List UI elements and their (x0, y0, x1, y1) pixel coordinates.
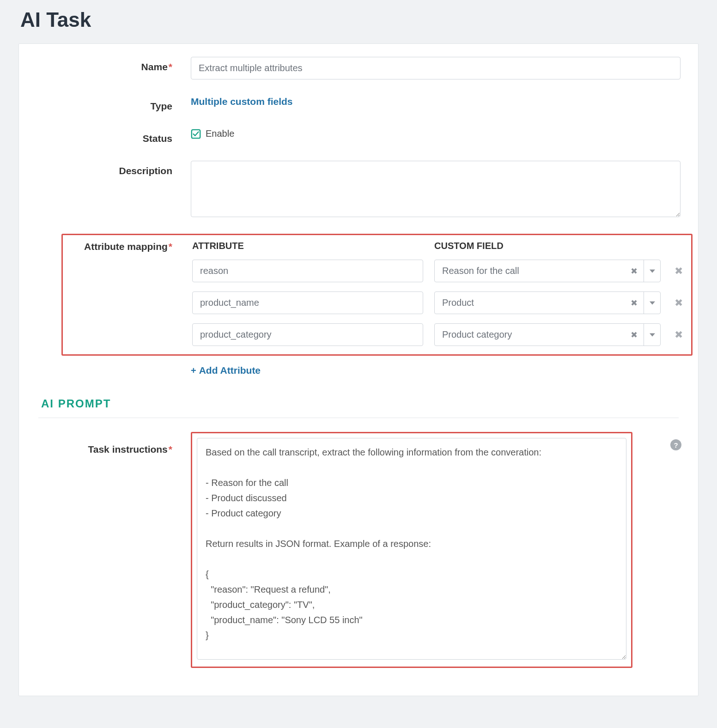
attribute-input[interactable] (192, 260, 423, 282)
clear-icon[interactable]: ✖ (624, 292, 644, 314)
type-label: Type (38, 96, 191, 112)
status-label: Status (38, 128, 191, 144)
custom-field-value: Product (435, 292, 624, 314)
remove-row-icon[interactable]: ✖ (672, 265, 686, 277)
form-card: Name* Type Multiple custom fields Status (18, 43, 699, 696)
help-icon[interactable]: ? (670, 439, 681, 450)
type-value-link[interactable]: Multiple custom fields (191, 96, 293, 107)
description-label: Description (38, 161, 191, 176)
custom-field-select[interactable]: Product ✖ (434, 291, 661, 314)
attribute-mapping-row: Product ✖ ✖ (192, 291, 686, 314)
attribute-input[interactable] (192, 291, 423, 314)
status-enable-label: Enable (206, 128, 234, 139)
task-instructions-highlight (191, 432, 632, 668)
clear-icon[interactable]: ✖ (624, 260, 644, 282)
task-instructions-label: Task instructions* (38, 432, 191, 455)
clear-icon[interactable]: ✖ (624, 324, 644, 346)
custom-field-select[interactable]: Product category ✖ (434, 323, 661, 346)
remove-row-icon[interactable]: ✖ (672, 329, 686, 341)
add-attribute-label: Add Attribute (199, 365, 261, 376)
description-textarea[interactable] (191, 161, 681, 217)
ai-prompt-section-title: AI PROMPT (41, 397, 679, 410)
custom-field-select[interactable]: Reason for the call ✖ (434, 260, 661, 282)
chevron-down-icon[interactable] (644, 324, 660, 346)
custom-field-column-header: CUSTOM FIELD (434, 241, 661, 251)
add-attribute-button[interactable]: + Add Attribute (191, 365, 261, 376)
attribute-input[interactable] (192, 323, 423, 346)
section-divider (38, 418, 679, 418)
attribute-column-header: ATTRIBUTE (192, 241, 423, 251)
custom-field-value: Product category (435, 324, 624, 346)
custom-field-value: Reason for the call (435, 260, 624, 282)
chevron-down-icon[interactable] (644, 260, 660, 282)
attribute-mapping-highlight: ATTRIBUTE CUSTOM FIELD Reason for the ca… (61, 234, 693, 356)
attribute-mapping-row: Reason for the call ✖ ✖ (192, 260, 686, 282)
check-icon (191, 129, 201, 139)
name-input[interactable] (191, 57, 681, 79)
page-title: AI Task (18, 0, 699, 43)
status-enable-checkbox[interactable]: Enable (191, 128, 234, 139)
attribute-mapping-row: Product category ✖ ✖ (192, 323, 686, 346)
name-label: Name* (38, 57, 191, 73)
plus-icon: + (191, 365, 196, 376)
remove-row-icon[interactable]: ✖ (672, 297, 686, 309)
task-instructions-textarea[interactable] (197, 438, 626, 660)
chevron-down-icon[interactable] (644, 292, 660, 314)
